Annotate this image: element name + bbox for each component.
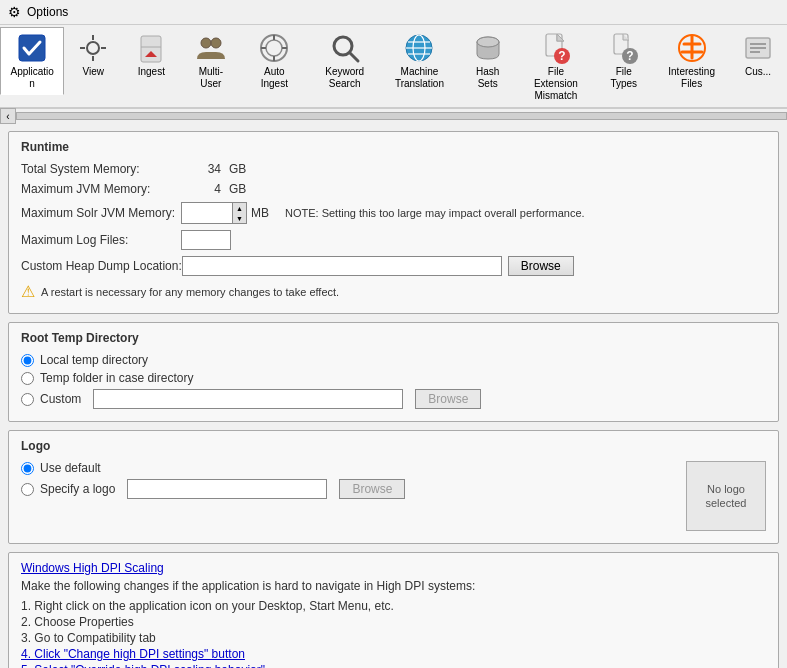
logo-default-radio[interactable] bbox=[21, 462, 34, 475]
total-system-memory-value: 34 bbox=[181, 162, 221, 176]
content-area: Runtime Total System Memory: 34 GB Maxim… bbox=[0, 123, 787, 668]
root-temp-section: Root Temp Directory Local temp directory… bbox=[8, 322, 779, 422]
title-bar-icon: ⚙ bbox=[8, 4, 21, 20]
scroll-track[interactable] bbox=[16, 112, 787, 120]
toolbar-label-keyword-search: Keyword Search bbox=[316, 66, 373, 90]
logo-section: Logo Use default Specify a logo Browse bbox=[8, 430, 779, 544]
root-temp-local-radio[interactable] bbox=[21, 354, 34, 367]
toolbar-item-machine-translation[interactable]: Machine Translation bbox=[382, 27, 457, 95]
total-system-memory-row: Total System Memory: 34 GB bbox=[21, 162, 766, 176]
svg-point-9 bbox=[201, 38, 211, 48]
toolbar-item-auto-ingest[interactable]: Auto Ingest bbox=[241, 27, 307, 95]
toolbar-label-ingest: Ingest bbox=[138, 66, 165, 78]
max-log-files-input[interactable]: 10 bbox=[181, 230, 231, 250]
spinner-buttons[interactable]: ▲ ▼ bbox=[232, 203, 246, 223]
max-solr-jvm-memory-spinner[interactable]: 2,048 ▲ ▼ bbox=[181, 202, 247, 224]
root-temp-custom-label: Custom bbox=[40, 392, 81, 406]
root-temp-custom-row: Custom Browse bbox=[21, 389, 766, 409]
svg-point-12 bbox=[266, 40, 282, 56]
toolbar-item-application[interactable]: Application bbox=[0, 27, 64, 95]
toolbar-item-view[interactable]: View bbox=[64, 27, 122, 83]
logo-specify-radio[interactable] bbox=[21, 483, 34, 496]
logo-default-label: Use default bbox=[40, 461, 101, 475]
root-temp-custom-radio[interactable] bbox=[21, 393, 34, 406]
high-dpi-step-2: 2. Choose Properties bbox=[21, 615, 766, 629]
svg-text:?: ? bbox=[626, 49, 633, 63]
svg-point-25 bbox=[477, 37, 499, 47]
logo-section-content: Use default Specify a logo Browse No log… bbox=[21, 461, 766, 531]
toolbar-item-file-types[interactable]: ?File Types bbox=[593, 27, 654, 95]
high-dpi-steps: 1. Right click on the application icon o… bbox=[21, 599, 766, 668]
toolbar-icon-custom bbox=[742, 32, 774, 64]
title-bar: ⚙ Options bbox=[0, 0, 787, 25]
high-dpi-step-5: 5. Select "Override high DPI scaling beh… bbox=[21, 663, 766, 668]
no-logo-box: No logoselected bbox=[686, 461, 766, 531]
high-dpi-step-1: 1. Right click on the application icon o… bbox=[21, 599, 766, 613]
high-dpi-step-link-5[interactable]: 5. Select "Override high DPI scaling beh… bbox=[21, 663, 265, 668]
root-temp-case-label: Temp folder in case directory bbox=[40, 371, 193, 385]
max-log-files-row: Maximum Log Files: 10 bbox=[21, 230, 766, 250]
toolbar-label-interesting-files: Interesting Files bbox=[663, 66, 720, 90]
max-log-files-label: Maximum Log Files: bbox=[21, 233, 181, 247]
svg-point-10 bbox=[211, 38, 221, 48]
toolbar-icon-auto-ingest bbox=[258, 32, 290, 64]
toolbar-item-multi-user[interactable]: Multi-User bbox=[180, 27, 241, 95]
runtime-section: Runtime Total System Memory: 34 GB Maxim… bbox=[8, 131, 779, 314]
logo-specify-label: Specify a logo bbox=[40, 482, 115, 496]
custom-heap-dump-input[interactable] bbox=[182, 256, 502, 276]
toolbar-item-ingest[interactable]: Ingest bbox=[122, 27, 180, 83]
toolbar-label-auto-ingest: Auto Ingest bbox=[250, 66, 298, 90]
no-logo-text: No logoselected bbox=[706, 482, 747, 511]
root-temp-section-title: Root Temp Directory bbox=[21, 331, 766, 345]
max-jvm-memory-row: Maximum JVM Memory: 4 GB bbox=[21, 182, 766, 196]
toolbar-label-multi-user: Multi-User bbox=[189, 66, 232, 90]
toolbar-item-keyword-search[interactable]: Keyword Search bbox=[307, 27, 382, 95]
logo-specify-row: Specify a logo Browse bbox=[21, 479, 674, 499]
spinner-up-button[interactable]: ▲ bbox=[232, 203, 246, 213]
max-solr-jvm-memory-unit: MB bbox=[251, 206, 269, 220]
root-temp-radio-group: Local temp directory Temp folder in case… bbox=[21, 353, 766, 409]
root-temp-custom-input[interactable] bbox=[93, 389, 403, 409]
scroll-left-button[interactable]: ‹ bbox=[0, 108, 16, 124]
logo-default-row: Use default bbox=[21, 461, 674, 475]
toolbar-label-file-types: File Types bbox=[602, 66, 645, 90]
toolbar-icon-keyword-search bbox=[329, 32, 361, 64]
toolbar-item-file-extension-mismatch[interactable]: ?File Extension Mismatch bbox=[519, 27, 594, 107]
toolbar-icon-multi-user bbox=[195, 32, 227, 64]
logo-section-title: Logo bbox=[21, 439, 766, 453]
root-temp-browse-button[interactable]: Browse bbox=[415, 389, 481, 409]
high-dpi-step-link-4[interactable]: 4. Click "Change high DPI settings" butt… bbox=[21, 647, 245, 661]
logo-browse-button[interactable]: Browse bbox=[339, 479, 405, 499]
root-temp-local-label: Local temp directory bbox=[40, 353, 148, 367]
toolbar-icon-hash-sets bbox=[472, 32, 504, 64]
warning-icon: ⚠ bbox=[21, 282, 35, 301]
high-dpi-title[interactable]: Windows High DPI Scaling bbox=[21, 561, 766, 575]
root-temp-case-radio[interactable] bbox=[21, 372, 34, 385]
high-dpi-intro: Make the following changes if the applic… bbox=[21, 579, 766, 593]
toolbar-item-hash-sets[interactable]: Hash Sets bbox=[457, 27, 519, 95]
max-solr-jvm-memory-input[interactable]: 2,048 bbox=[182, 205, 232, 221]
toolbar-label-file-extension-mismatch: File Extension Mismatch bbox=[528, 66, 585, 102]
toolbar-item-custom[interactable]: Cus... bbox=[729, 27, 787, 83]
max-jvm-memory-value: 4 bbox=[181, 182, 221, 196]
toolbar-label-hash-sets: Hash Sets bbox=[466, 66, 510, 90]
max-solr-jvm-memory-label: Maximum Solr JVM Memory: bbox=[21, 206, 181, 220]
total-system-memory-unit: GB bbox=[229, 162, 246, 176]
restart-warning-row: ⚠ A restart is necessary for any memory … bbox=[21, 282, 766, 301]
custom-heap-dump-row: Custom Heap Dump Location: Browse bbox=[21, 256, 766, 276]
root-temp-local-row: Local temp directory bbox=[21, 353, 766, 367]
max-jvm-memory-unit: GB bbox=[229, 182, 246, 196]
logo-radio-group: Use default Specify a logo Browse bbox=[21, 461, 674, 499]
toolbar-label-machine-translation: Machine Translation bbox=[391, 66, 448, 90]
root-temp-case-row: Temp folder in case directory bbox=[21, 371, 766, 385]
runtime-section-title: Runtime bbox=[21, 140, 766, 154]
high-dpi-section: Windows High DPI Scaling Make the follow… bbox=[8, 552, 779, 668]
toolbar-item-interesting-files[interactable]: Interesting Files bbox=[654, 27, 729, 95]
toolbar-scrollbar[interactable]: ‹ bbox=[0, 109, 787, 123]
max-solr-jvm-memory-row: Maximum Solr JVM Memory: 2,048 ▲ ▼ MB NO… bbox=[21, 202, 766, 224]
spinner-down-button[interactable]: ▼ bbox=[232, 213, 246, 223]
logo-specify-input[interactable] bbox=[127, 479, 327, 499]
custom-heap-dump-browse-button[interactable]: Browse bbox=[508, 256, 574, 276]
svg-point-1 bbox=[87, 42, 99, 54]
toolbar: ApplicationViewIngestMulti-UserAuto Inge… bbox=[0, 25, 787, 109]
